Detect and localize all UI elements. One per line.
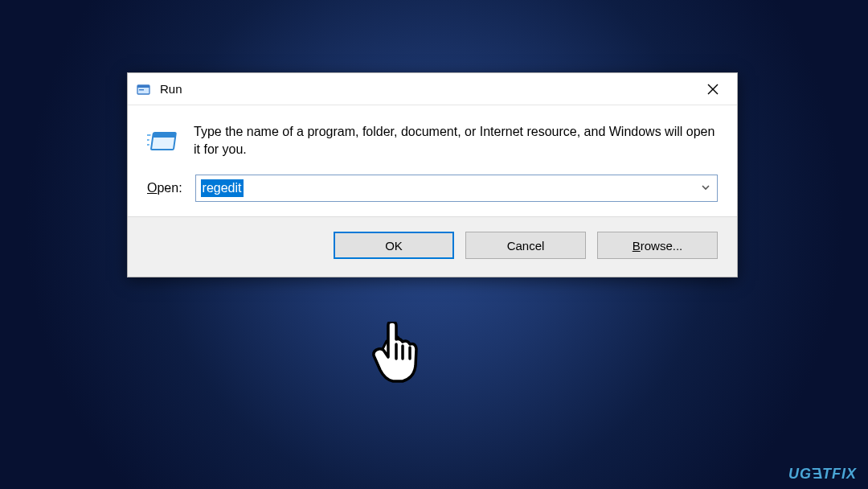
dialog-body: Type the name of a program, folder, docu…	[128, 105, 737, 216]
cancel-button-label: Cancel	[507, 239, 545, 253]
run-titlebar-icon	[136, 81, 152, 97]
close-icon	[707, 84, 719, 95]
ok-button-label: OK	[385, 239, 403, 253]
browse-button-label: Browse...	[633, 239, 683, 253]
close-button[interactable]	[695, 77, 731, 101]
svg-rect-1	[137, 85, 149, 88]
ok-button[interactable]: OK	[334, 232, 454, 259]
open-combobox[interactable]: regedit	[195, 175, 718, 202]
chevron-down-icon[interactable]	[701, 181, 710, 195]
svg-rect-2	[139, 89, 144, 90]
run-program-icon	[147, 126, 179, 158]
dialog-footer: OK Cancel Browse...	[128, 216, 737, 277]
open-label: Open:	[147, 181, 182, 195]
open-input-value: regedit	[201, 179, 244, 196]
open-row: Open: regedit	[147, 175, 718, 202]
titlebar[interactable]: Run	[128, 73, 737, 105]
svg-rect-6	[153, 133, 176, 138]
cursor-pointer-icon	[366, 322, 430, 397]
run-dialog: Run Type the name of	[127, 72, 738, 277]
watermark: UGETFIX	[788, 466, 857, 483]
dialog-description: Type the name of a program, folder, docu…	[194, 123, 718, 158]
cancel-button[interactable]: Cancel	[465, 232, 586, 259]
dialog-title: Run	[160, 82, 695, 96]
browse-button[interactable]: Browse...	[597, 232, 718, 259]
